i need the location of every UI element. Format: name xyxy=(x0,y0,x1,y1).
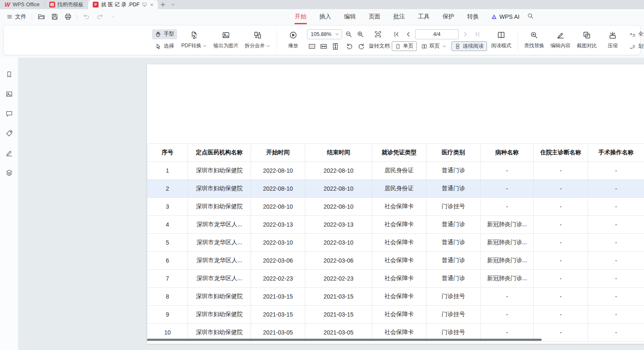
menu-tab-工具[interactable]: 工具 xyxy=(417,9,431,24)
chevron-down-icon xyxy=(170,2,175,7)
monitor-icon[interactable] xyxy=(142,2,147,7)
main-area: 序号定点医药机构名称开始时间结束时间就诊凭证类型医疗类别病种名称住院主诊断名称手… xyxy=(0,58,644,350)
fit-height-button[interactable] xyxy=(330,41,340,51)
tab-docer[interactable]: 稻 找稻壳模板 xyxy=(45,0,89,9)
continuous-read-button[interactable]: 连续阅读 xyxy=(451,41,487,51)
actual-size-button[interactable]: 1:1 xyxy=(307,41,317,51)
double-page-button[interactable]: 双页 xyxy=(418,41,450,51)
svg-text:1:1: 1:1 xyxy=(310,45,314,48)
select-tool-button[interactable]: 选择 xyxy=(152,41,177,51)
last-page-button[interactable] xyxy=(472,29,482,39)
table-cell: - xyxy=(481,162,534,180)
search-button[interactable] xyxy=(527,13,534,21)
fit-width-button[interactable] xyxy=(319,41,329,51)
table-cell: 深圳市龙华区人... xyxy=(188,234,251,252)
table-cell: - xyxy=(588,162,644,180)
tab-wps-office[interactable]: W WPS Office xyxy=(0,0,44,9)
full-translate-button[interactable]: A文 全文翻译 xyxy=(626,29,644,39)
table-cell: 1 xyxy=(147,162,188,180)
bookmark-icon xyxy=(5,71,13,78)
new-tab-button[interactable] xyxy=(158,0,168,9)
screenshot-compare-button[interactable]: 截图对比 xyxy=(575,28,599,52)
compress-button[interactable]: 压缩 xyxy=(601,28,624,52)
table-cell: 普通门诊 xyxy=(426,216,481,234)
split-merge-icon xyxy=(254,31,262,39)
tab-list-button[interactable] xyxy=(168,0,178,9)
zoom-in-button[interactable] xyxy=(355,29,365,39)
close-tab-icon[interactable]: × xyxy=(150,2,153,8)
comments-panel-button[interactable] xyxy=(4,109,14,119)
table-cell: - xyxy=(534,216,588,234)
table-cell: - xyxy=(588,234,644,252)
zoom-combo[interactable]: 105.88% xyxy=(307,29,342,39)
table-cell: 2022-03-13 xyxy=(305,216,372,234)
page-indicator[interactable]: 4/4 xyxy=(415,29,459,39)
wps-ai-button[interactable]: WPS AI xyxy=(491,13,520,20)
print-button[interactable] xyxy=(63,12,73,22)
zoom-out-button[interactable] xyxy=(344,29,354,39)
table-cell: 7 xyxy=(147,270,188,288)
previous-page-button[interactable] xyxy=(403,29,413,39)
hand-tool-button[interactable]: 手型 xyxy=(152,29,177,39)
first-page-button[interactable] xyxy=(392,29,402,39)
zoom-group: 105.88% 1:1 旋转文档 xyxy=(307,29,390,51)
pdf-convert-button[interactable]: PDF转换 xyxy=(179,28,209,52)
rotate-right-button[interactable] xyxy=(356,41,366,51)
table-cell: - xyxy=(534,324,588,342)
tab-document[interactable]: P 就 医 记 录 .PDF × xyxy=(88,0,158,9)
menu-tab-插入[interactable]: 插入 xyxy=(319,9,332,24)
fit-window-button[interactable] xyxy=(373,29,383,39)
save-button[interactable] xyxy=(49,12,60,22)
menu-tab-批注[interactable]: 批注 xyxy=(393,9,406,24)
rotate-doc-label[interactable]: 旋转文档 xyxy=(369,43,390,50)
table-row: 7深圳市龙华区人...2022-02-232022-02-23社会保障卡普通门诊… xyxy=(147,270,644,288)
undo-button[interactable] xyxy=(81,12,91,22)
next-page-button[interactable] xyxy=(460,29,470,39)
signature-panel-button[interactable] xyxy=(4,148,14,158)
translate-group: A文 全文翻译 文 划词翻译 xyxy=(626,29,644,51)
pdf-convert-icon xyxy=(190,31,198,39)
word-translate-button[interactable]: 文 划词翻译 xyxy=(626,41,644,51)
export-image-button[interactable]: 输出为图片 xyxy=(211,28,241,52)
edit-content-button[interactable]: 编辑内容 xyxy=(548,28,573,52)
table-cell: 深圳市妇幼保健院 xyxy=(188,162,251,180)
menu-tab-开始[interactable]: 开始 xyxy=(294,9,307,24)
undo-history-button[interactable] xyxy=(108,12,118,22)
file-menu-button[interactable]: 文件 xyxy=(5,13,28,20)
find-replace-button[interactable]: 查找替换 xyxy=(522,28,546,52)
table-cell: 2022-08-10 xyxy=(305,180,372,198)
table-cell: - xyxy=(481,198,534,216)
table-cell: 2022-08-10 xyxy=(251,162,305,180)
wps-ai-label: WPS AI xyxy=(499,13,520,20)
open-file-button[interactable] xyxy=(36,12,46,22)
tags-panel-button[interactable] xyxy=(4,128,14,138)
thumbnails-panel-button[interactable] xyxy=(4,89,14,99)
table-row: 9深圳市妇幼保健院2021-03-152021-03-15社会保障卡门诊挂号--… xyxy=(147,306,644,324)
table-header-cell: 医疗类别 xyxy=(426,144,481,162)
medical-table-body: 1深圳市妇幼保健院2022-08-102022-08-10居民身份证普通门诊--… xyxy=(147,162,644,342)
play-button[interactable]: 播放 xyxy=(281,28,305,52)
table-header-cell: 手术操作名称 xyxy=(588,144,644,162)
edit-pencil-icon xyxy=(556,31,565,39)
menu-tab-转换[interactable]: 转换 xyxy=(467,9,480,24)
layers-panel-button[interactable] xyxy=(4,168,14,178)
table-cell: 普通门诊 xyxy=(426,270,481,288)
redo-button[interactable] xyxy=(94,12,105,22)
document-canvas[interactable]: 序号定点医药机构名称开始时间结束时间就诊凭证类型医疗类别病种名称住院主诊断名称手… xyxy=(18,58,644,350)
menu-tabs: 开始插入编辑页面批注工具保护转换 xyxy=(294,9,480,24)
export-image-icon xyxy=(222,31,230,39)
single-page-button[interactable]: 单页 xyxy=(392,41,417,51)
table-cell: 门诊挂号 xyxy=(426,306,481,324)
double-page-icon xyxy=(421,43,427,49)
horizontal-scrollbar[interactable] xyxy=(147,339,542,341)
redo-icon xyxy=(96,13,104,20)
rotate-left-button[interactable] xyxy=(345,41,355,51)
read-mode-button[interactable]: 阅读模式 xyxy=(489,28,513,52)
menu-tab-保护[interactable]: 保护 xyxy=(442,9,455,24)
split-merge-button[interactable]: 拆分合并 xyxy=(243,28,273,52)
menu-tab-页面[interactable]: 页面 xyxy=(368,9,381,24)
menu-tabs-zone: 开始插入编辑页面批注工具保护转换 WPS AI xyxy=(294,9,639,24)
table-cell: 5 xyxy=(147,234,188,252)
bookmark-panel-button[interactable] xyxy=(4,69,14,79)
menu-tab-编辑[interactable]: 编辑 xyxy=(343,9,357,24)
